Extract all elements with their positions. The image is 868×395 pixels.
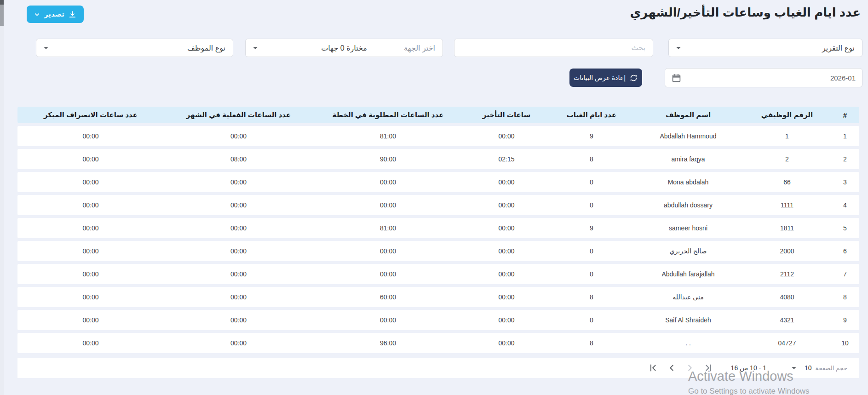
table-row: 22amira faqya802:1590:0008:0000:00 [17, 149, 859, 169]
cell-actual_hours: 00:00 [164, 247, 313, 255]
cell-job_no: 04727 [743, 339, 831, 347]
cell-early_leave_hours: 00:00 [17, 316, 164, 324]
cell-job_no: 1811 [743, 224, 831, 232]
cell-job_no: 2112 [743, 270, 831, 278]
cell-index: 2 [831, 155, 859, 163]
previous-page-button[interactable] [666, 362, 677, 373]
cell-required_hours: 90:00 [313, 155, 463, 163]
table-row: 366Mona abdalah000:0000:0000:0000:00 [17, 172, 859, 192]
cell-absence_days: 8 [550, 293, 633, 301]
activate-windows-watermark: Activate Windows [688, 369, 793, 384]
cell-early_leave_hours: 00:00 [17, 339, 164, 347]
cell-delay_hours: 00:00 [463, 132, 550, 140]
cell-early_leave_hours: 00:00 [17, 132, 164, 140]
cell-actual_hours: 00:00 [164, 201, 313, 209]
table-row: 41111abdullah dossary000:0000:0000:0000:… [17, 195, 859, 215]
chevron-down-icon [253, 47, 258, 49]
cell-index: 3 [831, 178, 859, 186]
cell-actual_hours: 00:00 [164, 339, 313, 347]
download-icon [69, 11, 76, 18]
cell-required_hours: 96:00 [313, 339, 463, 347]
table-row: 1004727. .800:0096:0000:0000:00 [17, 333, 859, 353]
cell-name: Saif Al Shraideh [633, 316, 743, 324]
cell-actual_hours: 00:00 [164, 178, 313, 186]
cell-absence_days: 9 [550, 224, 633, 232]
entity-select[interactable]: اختر الجهة مختارة 0 جهات [245, 39, 443, 57]
scrollbar-thumb[interactable] [0, 5, 4, 26]
cell-name: Mona abdalah [633, 178, 743, 186]
cell-job_no: 1111 [743, 201, 831, 209]
cell-delay_hours: 02:15 [463, 155, 550, 163]
activate-windows-hint: Go to Settings to activate Windows [688, 387, 810, 395]
cell-name: منى عبدالله [633, 293, 743, 301]
cell-absence_days: 8 [550, 339, 633, 347]
cell-delay_hours: 00:00 [463, 316, 550, 324]
report-type-select[interactable]: نوع التقرير [668, 39, 862, 57]
cell-job_no: 4321 [743, 316, 831, 324]
cell-actual_hours: 00:00 [164, 270, 313, 278]
cell-index: 8 [831, 293, 859, 301]
page-size-value[interactable]: 10 [805, 364, 812, 372]
employee-type-select[interactable]: نوع الموظف [36, 39, 233, 57]
vertical-scrollbar[interactable] [0, 0, 4, 395]
cell-delay_hours: 00:00 [463, 247, 550, 255]
cell-absence_days: 0 [550, 178, 633, 186]
scrollbar-top-cap [0, 0, 4, 5]
cell-early_leave_hours: 00:00 [17, 247, 164, 255]
table-row: 51811sameer hosni900:0081:0000:0000:00 [17, 218, 859, 238]
entity-select-label: اختر الجهة [404, 44, 443, 52]
cell-name: صالح الحريري [633, 247, 743, 255]
export-button-label: تصدير [44, 10, 64, 18]
cell-absence_days: 9 [550, 132, 633, 140]
cell-name: . . [633, 339, 743, 347]
column-header: اسم الموظف [633, 111, 743, 119]
table-row: 94321Saif Al Shraideh000:0000:0000:0000:… [17, 310, 859, 330]
chevron-down-icon [676, 47, 681, 49]
cell-index: 6 [831, 247, 859, 255]
cell-actual_hours: 00:00 [164, 224, 313, 232]
cell-actual_hours: 08:00 [164, 155, 313, 163]
cell-early_leave_hours: 00:00 [17, 293, 164, 301]
page-title: عدد ايام الغياب وساعات التأخير/الشهري [630, 6, 861, 20]
cell-delay_hours: 00:00 [463, 270, 550, 278]
cell-early_leave_hours: 00:00 [17, 224, 164, 232]
cell-delay_hours: 00:00 [463, 178, 550, 186]
cell-absence_days: 8 [550, 155, 633, 163]
cell-job_no: 1 [743, 132, 831, 140]
cell-delay_hours: 00:00 [463, 224, 550, 232]
column-header: ساعات التأخير [463, 111, 550, 119]
employee-type-label: نوع الموظف [187, 44, 233, 52]
month-picker-value: 2026-01 [830, 74, 856, 82]
cell-name: sameer hosni [633, 224, 743, 232]
cell-actual_hours: 00:00 [164, 316, 313, 324]
column-header: عدد الساعات الفعلية في الشهر [164, 111, 313, 119]
export-button[interactable]: تصدير [27, 6, 84, 23]
cell-delay_hours: 00:00 [463, 293, 550, 301]
cell-early_leave_hours: 00:00 [17, 201, 164, 209]
first-page-button[interactable] [648, 362, 659, 373]
cell-delay_hours: 00:00 [463, 201, 550, 209]
cell-index: 10 [831, 339, 859, 347]
chevron-down-icon [34, 11, 40, 17]
cell-name: Abdullah farajallah [633, 270, 743, 278]
chevron-down-icon [44, 47, 48, 49]
cell-index: 4 [831, 201, 859, 209]
cell-name: Abdallah Hammoud [633, 132, 743, 140]
month-picker-input[interactable]: 2026-01 [665, 68, 862, 87]
cell-required_hours: 60:00 [313, 293, 463, 301]
reload-data-button[interactable]: إعادة عرض البيانات [569, 69, 642, 87]
cell-index: 9 [831, 316, 859, 324]
cell-required_hours: 00:00 [313, 178, 463, 186]
table-row: 11Abdallah Hammoud900:0081:0000:0000:00 [17, 126, 859, 146]
search-input[interactable] [454, 39, 653, 57]
cell-name: abdullah dossary [633, 201, 743, 209]
cell-job_no: 2000 [743, 247, 831, 255]
cell-index: 7 [831, 270, 859, 278]
table-body: 11Abdallah Hammoud900:0081:0000:0000:002… [17, 126, 859, 356]
cell-job_no: 2 [743, 155, 831, 163]
cell-absence_days: 0 [550, 270, 633, 278]
cell-actual_hours: 00:00 [164, 132, 313, 140]
cell-early_leave_hours: 00:00 [17, 155, 164, 163]
calendar-icon[interactable] [672, 73, 681, 83]
cell-job_no: 66 [743, 178, 831, 186]
